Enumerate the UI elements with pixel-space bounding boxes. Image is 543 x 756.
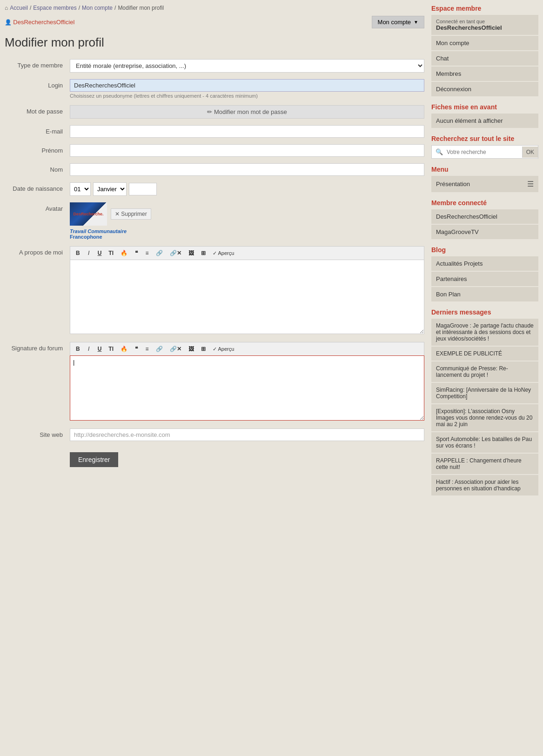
toolbar-align[interactable]: ≡ bbox=[142, 248, 152, 258]
toolbar-bold[interactable]: B bbox=[73, 248, 83, 258]
date-month-select[interactable]: Janvier bbox=[93, 182, 127, 196]
derniers-msg-6[interactable]: RAPPELLE : Changement d'heure cette nuit… bbox=[431, 454, 538, 474]
toolbar-color[interactable]: 🔥 bbox=[118, 248, 130, 258]
nom-input[interactable] bbox=[70, 163, 424, 176]
email-field-wrapper bbox=[70, 125, 424, 138]
breadcrumb-home[interactable]: Accueil bbox=[10, 5, 28, 11]
derniers-msg-5[interactable]: Sport Automobile: Les batailles de Pau s… bbox=[431, 432, 538, 453]
blog-item-1[interactable]: Partenaires bbox=[431, 272, 538, 286]
date-day-select[interactable]: 01 bbox=[70, 182, 91, 196]
avatar-community-line2: Francophone bbox=[70, 234, 424, 240]
toolbar-quote[interactable]: ❝ bbox=[132, 248, 141, 258]
sig-toolbar-apercu[interactable]: Aperçu bbox=[210, 345, 237, 354]
type-membre-select[interactable]: Entité morale (entreprise, association, … bbox=[70, 59, 424, 73]
sig-toolbar-align[interactable]: ≡ bbox=[142, 344, 152, 354]
derniers-messages-section: Derniers messages MagaGroove : Je partag… bbox=[431, 308, 538, 495]
sig-toolbar-quote[interactable]: ❝ bbox=[132, 344, 141, 354]
search-ok-button[interactable]: OK bbox=[522, 147, 538, 158]
menu-title: Menu bbox=[431, 166, 538, 173]
type-membre-field: Entité morale (entreprise, association, … bbox=[70, 59, 424, 73]
sig-toolbar-color[interactable]: 🔥 bbox=[118, 344, 130, 354]
derniers-msg-3[interactable]: SimRacing: [Anniversaire de la HoNey Com… bbox=[431, 383, 538, 403]
sidebar-item-mon-compte[interactable]: Mon compte bbox=[431, 36, 538, 50]
presentation-label: Présentation bbox=[436, 181, 470, 187]
breadcrumb: ⌂ Accueil / Espace membres / Mon compte … bbox=[5, 5, 424, 11]
sidebar-item-membres[interactable]: Membres bbox=[431, 67, 538, 81]
search-section: Recherchez sur tout le site 🔍 OK bbox=[431, 135, 538, 159]
email-label: E-mail bbox=[5, 125, 70, 135]
avatar-community-text: Travail Communautaire Francophone bbox=[70, 228, 424, 240]
breadcrumb-mon-compte[interactable]: Mon compte bbox=[82, 5, 113, 11]
toolbar-underline[interactable]: U bbox=[95, 248, 105, 258]
derniers-msg-0[interactable]: MagaGroove : Je partage l'actu chaude et… bbox=[431, 319, 538, 346]
search-input[interactable] bbox=[447, 147, 522, 158]
enregistrer-button[interactable]: Enregistrer bbox=[70, 452, 118, 467]
toolbar-unlink[interactable]: 🔗✕ bbox=[167, 248, 184, 258]
avatar-field: DesRecherche. Supprimer Travail Communau… bbox=[70, 202, 424, 240]
blog-item-0[interactable]: Actualités Projets bbox=[431, 256, 538, 271]
derniers-msg-4[interactable]: [Exposition]: L'association Osny Images … bbox=[431, 404, 538, 431]
toolbar-link[interactable]: 🔗 bbox=[153, 248, 166, 258]
membre-connecte-title: Membre connecté bbox=[431, 199, 538, 207]
espace-membre-title: Espace membre bbox=[431, 5, 538, 12]
site-web-input[interactable] bbox=[70, 428, 424, 441]
toolbar-italic[interactable]: I bbox=[84, 248, 94, 258]
submit-row: Enregistrer bbox=[5, 448, 424, 467]
login-input[interactable] bbox=[70, 79, 424, 92]
toolbar-apercu[interactable]: Aperçu bbox=[210, 249, 237, 258]
mon-compte-dropdown[interactable]: Mon compte bbox=[372, 16, 424, 28]
type-membre-label: Type de membre bbox=[5, 59, 70, 69]
toolbar-ti[interactable]: TI bbox=[106, 248, 116, 258]
search-icon: 🔍 bbox=[432, 146, 447, 158]
a-propos-label: A propos de moi bbox=[5, 246, 70, 256]
sig-toolbar-table[interactable]: ⊞ bbox=[198, 344, 208, 354]
profile-form: Type de membre Entité morale (entreprise… bbox=[5, 59, 424, 467]
fiches-empty: Aucun élément à afficher bbox=[431, 114, 538, 128]
presentation-icon: ☰ bbox=[527, 180, 534, 188]
sig-toolbar-italic[interactable]: I bbox=[84, 344, 94, 354]
sig-toolbar-bold[interactable]: B bbox=[73, 344, 83, 354]
sidebar-item-presentation[interactable]: Présentation ☰ bbox=[431, 176, 538, 192]
site-web-row: Site web bbox=[5, 428, 424, 441]
derniers-messages-title: Derniers messages bbox=[431, 308, 538, 316]
membre-connecte-section: Membre connecté DesRecherchesOfficiel Ma… bbox=[431, 199, 538, 239]
type-membre-row: Type de membre Entité morale (entreprise… bbox=[5, 59, 424, 73]
blog-title: Blog bbox=[431, 246, 538, 254]
sidebar-user-info: Connecté en tant que DesRecherchesOffici… bbox=[431, 15, 538, 35]
avatar-delete-button[interactable]: Supprimer bbox=[111, 208, 151, 220]
email-input[interactable] bbox=[70, 125, 424, 138]
user-bar: DesRecherchesOfficiel Mon compte bbox=[5, 16, 424, 28]
menu-section: Menu Présentation ☰ bbox=[431, 166, 538, 192]
signature-label: Signature du forum bbox=[5, 342, 70, 352]
sidebar-item-chat[interactable]: Chat bbox=[431, 51, 538, 66]
a-propos-textarea[interactable] bbox=[70, 260, 424, 334]
membre-connecte-1[interactable]: MagaGrooveTV bbox=[431, 225, 538, 239]
sig-toolbar-link[interactable]: 🔗 bbox=[153, 344, 166, 354]
prenom-input[interactable] bbox=[70, 144, 424, 157]
toolbar-image[interactable]: 🖼 bbox=[186, 248, 197, 258]
blog-section: Blog Actualités Projets Partenaires Bon … bbox=[431, 246, 538, 301]
site-web-label: Site web bbox=[5, 428, 70, 438]
date-year-input[interactable] bbox=[129, 183, 157, 195]
sig-toolbar-image[interactable]: 🖼 bbox=[186, 344, 197, 354]
sidebar-item-deconnexion[interactable]: Déconnexion bbox=[431, 82, 538, 96]
membre-connecte-0[interactable]: DesRecherchesOfficiel bbox=[431, 209, 538, 224]
toolbar-table[interactable]: ⊞ bbox=[198, 248, 208, 258]
derniers-msg-2[interactable]: Communiqué de Presse: Re-lancement du pr… bbox=[431, 361, 538, 382]
date-naissance-field: 01 Janvier bbox=[70, 182, 424, 196]
search-box: 🔍 OK bbox=[431, 145, 538, 159]
connected-label: Connecté en tant que bbox=[436, 19, 534, 24]
derniers-msg-1[interactable]: EXEMPLE DE PUBLICITÉ bbox=[431, 347, 538, 361]
sig-toolbar-ti[interactable]: TI bbox=[106, 344, 116, 354]
breadcrumb-espace-membres[interactable]: Espace membres bbox=[33, 5, 76, 11]
blog-item-2[interactable]: Bon Plan bbox=[431, 287, 538, 301]
date-naissance-row: Date de naissance 01 Janvier bbox=[5, 182, 424, 196]
change-password-button[interactable]: ✏ Modifier mon mot de passe bbox=[70, 105, 424, 119]
espace-membre-section: Espace membre Connecté en tant que DesRe… bbox=[431, 5, 538, 96]
mot-de-passe-row: Mot de passe ✏ Modifier mon mot de passe bbox=[5, 105, 424, 119]
sig-toolbar-unlink[interactable]: 🔗✕ bbox=[167, 344, 184, 354]
login-label: Login bbox=[5, 79, 70, 89]
derniers-msg-7[interactable]: Hactif : Association pour aider les pers… bbox=[431, 475, 538, 495]
signature-textarea[interactable]: | bbox=[70, 355, 424, 421]
sig-toolbar-underline[interactable]: U bbox=[95, 344, 105, 354]
